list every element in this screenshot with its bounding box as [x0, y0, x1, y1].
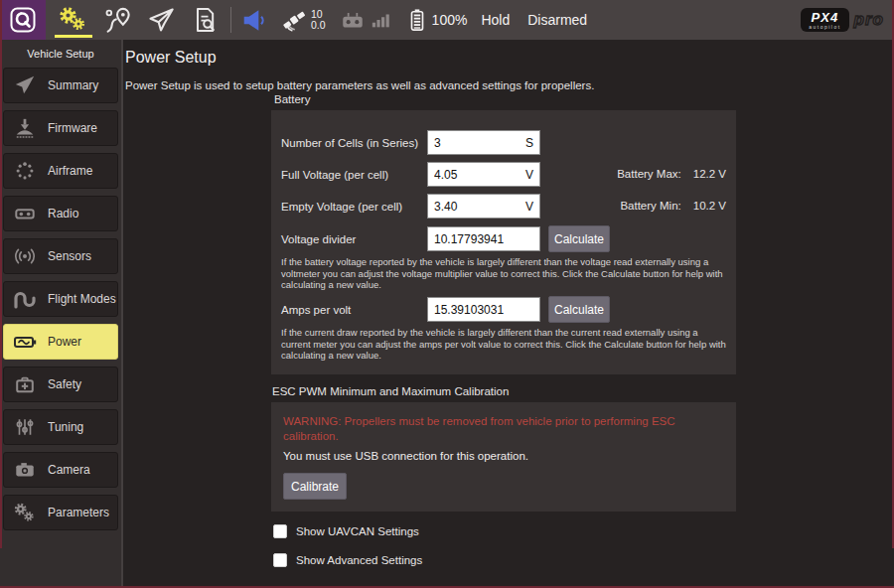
esc-group-label: ESC PWM Minimum and Maximum Calibration	[272, 385, 509, 397]
sidebar-item-label: Firmware	[48, 121, 97, 135]
fly-tab[interactable]	[139, 0, 183, 40]
safety-icon	[11, 371, 39, 397]
full-voltage-unit: V	[525, 168, 539, 182]
show-advanced-settings-checkbox[interactable]	[273, 553, 287, 567]
amps-per-volt-field[interactable]	[427, 297, 540, 322]
sidebar-item-power[interactable]: Power	[3, 324, 118, 360]
toolbar-separator	[230, 7, 231, 33]
armed-state-indicator[interactable]: Disarmed	[527, 12, 587, 28]
power-icon	[11, 329, 39, 355]
camera-icon	[11, 457, 39, 483]
sidebar-item-summary[interactable]: Summary	[3, 68, 118, 103]
sidebar-item-airframe[interactable]: Airframe	[3, 153, 118, 189]
firmware-icon	[11, 115, 39, 141]
battery-max-label: Battery Max:	[617, 162, 681, 187]
amps-per-volt-label: Amps per volt	[281, 297, 351, 323]
voltage-divider-field[interactable]	[427, 226, 540, 251]
qgc-logo-icon[interactable]	[0, 0, 46, 40]
window-border-left	[0, 0, 2, 548]
sidebar-item-label: Flight Modes	[48, 292, 116, 306]
cells-input[interactable]	[428, 136, 525, 150]
px4-logo: PX4 autopilot pro	[801, 8, 884, 32]
sidebar-divider	[121, 40, 123, 588]
sidebar-item-firmware[interactable]: Firmware	[3, 110, 118, 146]
radio-icon	[11, 201, 39, 226]
amps-per-volt-help: If the current draw reported by the vehi…	[281, 327, 728, 362]
page-subtitle: Power Setup is used to setup battery par…	[125, 79, 594, 91]
esc-usb-note: You must use USB connection for this ope…	[283, 450, 528, 462]
vehicle-setup-tab[interactable]	[52, 0, 95, 40]
px4-logo-text: PX4	[812, 11, 839, 24]
rc-indicator[interactable]	[340, 7, 392, 33]
empty-voltage-label: Empty Voltage (per cell)	[281, 194, 402, 220]
parameters-icon	[11, 500, 39, 525]
analyze-tab[interactable]	[183, 0, 226, 40]
voltage-divider-calculate-button[interactable]: Calculate	[548, 225, 610, 252]
sidebar-item-label: Airframe	[48, 164, 92, 178]
sidebar-item-label: Tuning	[48, 420, 83, 434]
show-advanced-settings-label: Show Advanced Settings	[296, 554, 422, 566]
empty-voltage-input[interactable]	[428, 200, 525, 214]
px4-pro-text: pro	[854, 10, 884, 30]
sidebar-item-flight-modes[interactable]: Flight Modes	[3, 281, 118, 317]
battery-panel: Number of Cells (in Series) S Full Volta…	[271, 110, 736, 374]
sidebar-item-camera[interactable]: Camera	[3, 452, 118, 488]
px4-autopilot-text: autopilot	[809, 24, 840, 30]
calibrate-button[interactable]: Calibrate	[283, 473, 347, 500]
battery-min-label: Battery Min:	[620, 194, 680, 219]
sidebar-item-label: Summary	[48, 78, 98, 92]
sidebar-item-parameters[interactable]: Parameters	[3, 495, 118, 530]
sidebar-item-label: Safety	[48, 377, 81, 391]
sidebar-item-label: Power	[48, 335, 81, 349]
sidebar-item-label: Parameters	[48, 506, 109, 519]
esc-warning-text: WARNING: Propellers must be removed from…	[283, 414, 716, 444]
sidebar-item-safety[interactable]: Safety	[3, 367, 118, 402]
voltage-divider-label: Voltage divider	[281, 226, 356, 252]
show-uavcan-settings-checkbox-row[interactable]: Show UAVCAN Settings	[273, 524, 419, 538]
page-title: Power Setup	[125, 49, 217, 67]
summary-icon	[11, 73, 39, 98]
audio-indicator[interactable]	[241, 7, 267, 33]
battery-indicator[interactable]: 100%	[406, 7, 468, 33]
gps-indicator[interactable]: 10 0.0	[281, 7, 326, 33]
amps-per-volt-calculate-button[interactable]: Calculate	[548, 296, 610, 323]
full-voltage-input[interactable]	[428, 168, 525, 182]
amps-per-volt-input[interactable]	[428, 303, 539, 317]
gps-hdop: 0.0	[311, 20, 326, 31]
show-advanced-settings-checkbox-row[interactable]: Show Advanced Settings	[273, 553, 422, 567]
sidebar-item-radio[interactable]: Radio	[3, 196, 118, 231]
battery-min-value: 10.2 V	[693, 194, 726, 219]
voltage-divider-help: If the battery voltage reported by the v…	[281, 256, 728, 291]
sensors-icon	[11, 243, 39, 269]
sidebar-item-tuning[interactable]: Tuning	[3, 409, 118, 445]
empty-voltage-unit: V	[525, 200, 539, 214]
empty-voltage-field[interactable]: V	[427, 194, 540, 219]
voltage-divider-input[interactable]	[428, 232, 539, 246]
battery-max-value: 12.2 V	[693, 162, 726, 187]
cells-field[interactable]: S	[427, 130, 540, 155]
vehicle-setup-sidebar: Vehicle Setup Summary Firmware	[0, 40, 121, 588]
flight-modes-icon	[11, 286, 39, 312]
active-tab-underline	[55, 35, 92, 38]
full-voltage-label: Full Voltage (per cell)	[281, 162, 388, 188]
show-uavcan-settings-label: Show UAVCAN Settings	[296, 525, 419, 537]
sidebar-title: Vehicle Setup	[0, 40, 121, 66]
battery-percent: 100%	[432, 12, 468, 28]
show-uavcan-settings-checkbox[interactable]	[273, 524, 287, 538]
battery-group-label: Battery	[274, 93, 310, 105]
airframe-icon	[11, 158, 39, 184]
sidebar-item-sensors[interactable]: Sensors	[3, 238, 118, 274]
top-toolbar: 10 0.0	[0, 0, 894, 40]
tuning-icon	[11, 414, 39, 440]
esc-panel: WARNING: Propellers must be removed from…	[271, 402, 736, 512]
sidebar-item-label: Sensors	[48, 249, 91, 263]
cells-unit: S	[525, 136, 539, 150]
cells-label: Number of Cells (in Series)	[281, 130, 418, 156]
flight-mode-indicator[interactable]: Hold	[481, 12, 510, 28]
sidebar-item-label: Camera	[48, 463, 90, 477]
sidebar-item-label: Radio	[48, 207, 78, 220]
full-voltage-field[interactable]: V	[427, 162, 540, 187]
plan-tab[interactable]	[95, 0, 139, 40]
